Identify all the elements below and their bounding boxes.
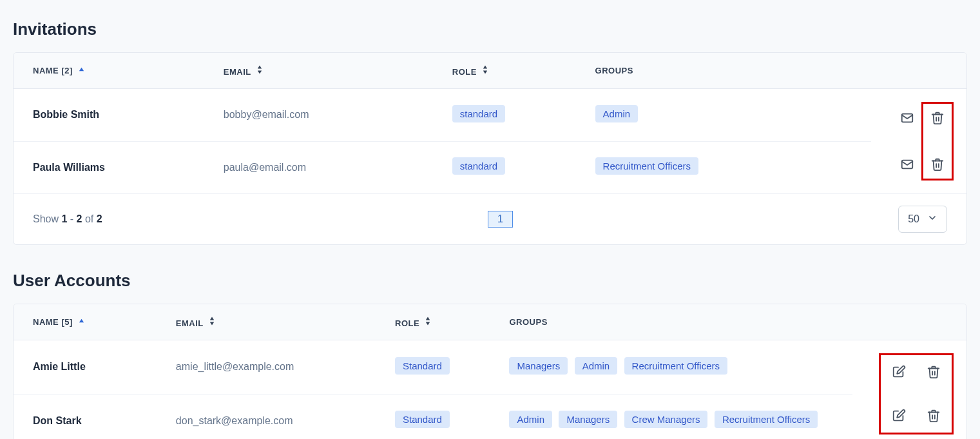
invitations-table: NAME [2] EMAIL ROLE GROUPS Bobbie: [14, 53, 966, 194]
role-badge: standard: [452, 105, 505, 122]
sort-asc-icon: [78, 66, 85, 75]
pg-show: Show: [33, 213, 61, 224]
pg-total: 2: [97, 213, 102, 224]
invitation-row: Paula Williams paula@email.com standard …: [14, 141, 966, 194]
user-email: amie_little@example.com: [157, 340, 376, 395]
col-header-role[interactable]: ROLE: [376, 304, 490, 340]
delete-user-button[interactable]: [923, 405, 944, 426]
sort-icon: [256, 67, 263, 77]
role-badge: standard: [452, 157, 505, 175]
sort-icon: [482, 67, 488, 77]
user-accounts-card: NAME [5] EMAIL ROLE GROUPS Amie L: [13, 304, 967, 439]
delete-invite-button[interactable]: [927, 154, 948, 175]
col-header-name-label: NAME [5]: [33, 317, 73, 327]
user-name: Don Stark: [14, 394, 157, 439]
col-header-role[interactable]: ROLE: [433, 53, 576, 89]
resend-invite-button[interactable]: [897, 108, 918, 128]
invitation-email: paula@email.com: [204, 141, 433, 194]
group-badge: Recruitment Officers: [715, 411, 818, 428]
col-header-groups: GROUPS: [490, 304, 852, 340]
col-header-name[interactable]: NAME [5]: [14, 304, 157, 340]
page-size-select[interactable]: 50: [898, 206, 947, 233]
invitation-name: Bobbie Smith: [14, 89, 204, 142]
group-badge: Recruitment Officers: [595, 157, 698, 175]
group-badge: Managers: [509, 357, 568, 375]
user-row: Don Stark don_stark@example.com Standard…: [14, 394, 966, 439]
pagination-summary: Show 1 - 2 of 2: [33, 213, 102, 225]
col-header-role-label: ROLE: [452, 67, 477, 77]
pg-to: 2: [77, 213, 82, 224]
edit-user-button[interactable]: [889, 362, 909, 382]
invitation-email: bobby@email.com: [204, 89, 433, 142]
user-accounts-table: NAME [5] EMAIL ROLE GROUPS Amie L: [14, 304, 966, 439]
invitations-footer: Show 1 - 2 of 2 1 50: [14, 194, 966, 244]
invitation-row: Bobbie Smith bobby@email.com standard Ad…: [14, 89, 966, 142]
actions-highlight: [879, 353, 954, 434]
pg-of: of: [82, 213, 97, 224]
col-header-name-label: NAME [2]: [33, 66, 73, 75]
sort-icon: [209, 318, 215, 328]
group-badge: Admin: [595, 105, 639, 122]
col-header-name[interactable]: NAME [2]: [14, 53, 204, 89]
delete-highlight: [921, 102, 954, 180]
role-badge: Standard: [395, 411, 450, 428]
chevron-down-icon: [927, 213, 937, 226]
col-header-email[interactable]: EMAIL: [204, 53, 433, 89]
delete-user-button[interactable]: [923, 362, 944, 382]
edit-user-button[interactable]: [889, 405, 909, 426]
pg-dash: -: [67, 213, 76, 224]
user-row: Amie Little amie_little@example.com Stan…: [14, 340, 966, 395]
group-badge: Managers: [559, 411, 617, 428]
col-header-email[interactable]: EMAIL: [157, 304, 376, 340]
resend-invite-button[interactable]: [897, 154, 918, 175]
page-number[interactable]: 1: [488, 211, 513, 228]
col-header-groups-label: GROUPS: [509, 317, 547, 327]
page-size-value: 50: [908, 213, 919, 225]
group-badge: Recruitment Officers: [624, 357, 727, 375]
invitations-title: Invitations: [13, 19, 967, 39]
user-name: Amie Little: [14, 340, 157, 395]
invitations-card: NAME [2] EMAIL ROLE GROUPS Bobbie: [13, 52, 967, 245]
user-email: don_stark@example.com: [157, 394, 376, 439]
group-badge: Admin: [509, 411, 552, 428]
group-badge: Crew Managers: [624, 411, 708, 428]
col-header-email-label: EMAIL: [224, 67, 251, 77]
col-header-email-label: EMAIL: [176, 318, 204, 328]
user-accounts-title: User Accounts: [13, 271, 967, 291]
invitation-name: Paula Williams: [14, 141, 204, 194]
sort-icon: [425, 318, 431, 328]
role-badge: Standard: [395, 357, 450, 375]
delete-invite-button[interactable]: [927, 108, 948, 128]
col-header-groups: GROUPS: [576, 53, 871, 89]
col-header-role-label: ROLE: [395, 318, 419, 328]
col-header-groups-label: GROUPS: [595, 66, 633, 75]
group-badge: Admin: [575, 357, 618, 375]
sort-asc-icon: [78, 317, 85, 327]
